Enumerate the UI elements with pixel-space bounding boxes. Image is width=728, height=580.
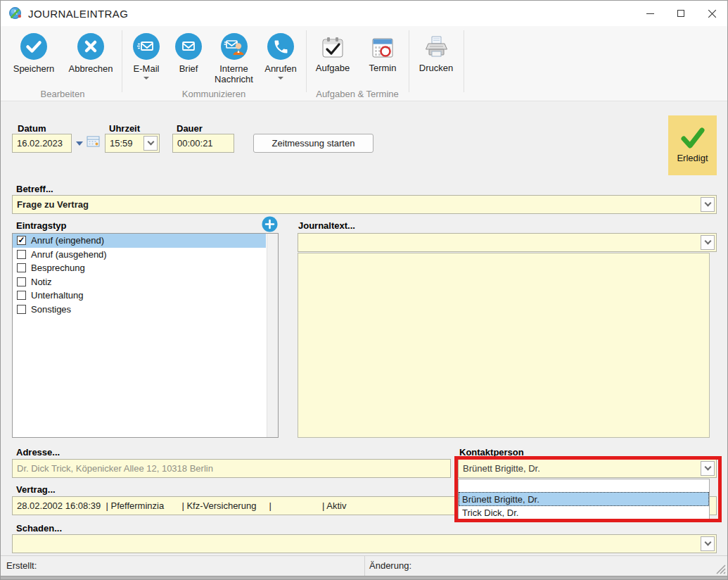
anrufen-button[interactable]: Anrufen: [260, 32, 302, 80]
kontaktperson-dropdown-button[interactable]: [701, 461, 715, 476]
eintragstyp-item[interactable]: Sonstiges: [13, 303, 266, 317]
eintragstyp-item-label: Sonstiges: [31, 304, 71, 315]
betreff-combobox[interactable]: Frage zu Vertrag: [12, 195, 717, 214]
uhrzeit-label: Uhrzeit: [109, 123, 140, 134]
dauer-field[interactable]: 00:00:21: [172, 134, 234, 153]
journaltext-dropdown-button[interactable]: [701, 235, 715, 250]
email-label: E-Mail: [125, 63, 167, 74]
minimize-icon: [646, 13, 654, 14]
status-bar: Erstellt: Änderung:: [1, 555, 727, 576]
letter-icon: [175, 33, 202, 60]
schaden-label: Schaden...: [16, 523, 62, 534]
checkbox-icon[interactable]: [17, 250, 26, 259]
schaden-dropdown-button[interactable]: [701, 536, 715, 551]
eintragstyp-item[interactable]: Notiz: [13, 275, 266, 289]
date-dropdown-arrow-icon[interactable]: [76, 141, 83, 146]
abbrechen-button[interactable]: Abbrechen: [61, 32, 120, 74]
drucken-button[interactable]: Drucken: [413, 32, 459, 73]
kontaktperson-option[interactable]: Trick Dick, Dr.: [459, 506, 709, 519]
erstellt-status: Erstellt:: [6, 560, 37, 571]
checkbox-icon[interactable]: [17, 305, 26, 314]
chevron-down-icon: [704, 238, 711, 245]
dropdown-arrow-icon: [278, 77, 283, 80]
kontaktperson-option-highlighted[interactable]: Brünett Brigitte, Dr.: [459, 492, 709, 506]
kontaktperson-option[interactable]: [459, 479, 709, 492]
group-label-kommunizieren: Kommunizieren: [129, 89, 298, 99]
drucken-label: Drucken: [413, 63, 459, 73]
toolbar: Speichern Abbrechen E-Mail: [1, 26, 727, 101]
dropdown-arrow-icon: [143, 77, 149, 80]
uhrzeit-combobox[interactable]: 15:59: [105, 134, 160, 153]
eintragstyp-item[interactable]: Unterhaltung: [13, 289, 266, 303]
eintragstyp-item[interactable]: Anruf (ausgehend): [13, 248, 266, 262]
title-bar: JOURNALEINTRAG: [1, 1, 727, 26]
checkbox-checked-icon[interactable]: [17, 236, 26, 245]
vertrag-value: 28.02.2002 16:08:39 | Pfefferminzia | Kf…: [17, 500, 347, 511]
printer-icon: [423, 34, 449, 60]
group-label-bearbeiten: Bearbeiten: [8, 89, 117, 99]
eintragstyp-label: Eintragstyp: [16, 220, 67, 231]
maximize-button[interactable]: [665, 1, 696, 26]
listbox-scrollbar[interactable]: [267, 234, 278, 437]
toolbar-separator: [122, 30, 122, 92]
brief-button[interactable]: Brief: [171, 32, 206, 74]
journaltext-label: Journaltext...: [298, 220, 355, 231]
cancel-x-icon: [77, 33, 104, 60]
datum-field[interactable]: 16.02.2023: [12, 134, 72, 153]
chevron-down-icon: [704, 464, 711, 471]
kontaktperson-option-label: Trick Dick, Dr.: [462, 508, 518, 518]
checkbox-icon[interactable]: [17, 291, 26, 300]
email-button[interactable]: E-Mail: [125, 32, 167, 80]
eintragstyp-item-label: Notiz: [31, 277, 52, 287]
journaleintrag-window: JOURNALEINTRAG Speichern Abbrechen: [0, 0, 728, 580]
kontaktperson-label: Kontaktperson: [459, 447, 524, 458]
chevron-down-icon: [147, 139, 154, 146]
minimize-button[interactable]: [634, 1, 665, 26]
adresse-label: Adresse...: [16, 447, 60, 458]
phone-icon: [267, 33, 294, 60]
datum-value: 16.02.2023: [17, 138, 63, 149]
aufgabe-button[interactable]: Aufgabe: [311, 32, 355, 73]
speichern-label: Speichern: [8, 63, 60, 74]
checkbox-icon[interactable]: [17, 263, 26, 272]
datum-label: Datum: [18, 123, 46, 134]
speichern-button[interactable]: Speichern: [8, 32, 60, 74]
erledigt-button[interactable]: Erledigt: [668, 115, 717, 175]
journaltext-textarea[interactable]: [298, 253, 710, 438]
uhrzeit-value: 15:59: [110, 138, 133, 149]
uhrzeit-dropdown-button[interactable]: [143, 136, 158, 151]
date-picker-calendar-icon[interactable]: [87, 135, 101, 148]
eintragstyp-list: Anruf (eingehend) Anruf (ausgehend) Besp…: [13, 234, 266, 437]
checkbox-icon[interactable]: [17, 277, 26, 286]
zeitmessung-starten-label: Zeitmessung starten: [272, 138, 355, 149]
add-eintragstyp-button[interactable]: [262, 216, 278, 232]
schaden-combobox[interactable]: [12, 534, 717, 553]
eintragstyp-item[interactable]: Besprechung: [13, 261, 266, 275]
task-calendar-icon: [320, 34, 345, 60]
group-label-aufgaben-termine: Aufgaben & Termine: [308, 89, 407, 99]
kontaktperson-combobox[interactable]: Brünett Brigitte, Dr.: [458, 459, 717, 478]
statusbar-divider: [364, 556, 365, 576]
close-button[interactable]: [696, 1, 727, 26]
dauer-label: Dauer: [177, 123, 203, 134]
erledigt-label: Erledigt: [677, 153, 708, 163]
anrufen-label: Anrufen: [260, 63, 302, 74]
betreff-value: Frage zu Vertrag: [17, 199, 89, 210]
interne-nachricht-button[interactable]: Interne Nachricht: [208, 32, 260, 84]
aenderung-status: Änderung:: [369, 560, 411, 571]
eintragstyp-item[interactable]: Anruf (eingehend): [13, 234, 266, 248]
betreff-dropdown-button[interactable]: [701, 197, 715, 212]
window-title: JOURNALEINTRAG: [28, 8, 128, 20]
termin-button[interactable]: Termin: [363, 32, 402, 73]
zeitmessung-starten-button[interactable]: Zeitmessung starten: [253, 134, 373, 153]
save-check-icon: [20, 33, 47, 60]
chevron-down-icon: [704, 539, 711, 546]
window-controls: [634, 1, 727, 26]
close-icon: [708, 9, 717, 18]
toolbar-separator: [409, 30, 409, 92]
adresse-field[interactable]: Dr. Dick Trick, Köpenicker Allee 12, 103…: [12, 459, 451, 478]
resize-grip-icon[interactable]: [715, 563, 727, 575]
kontaktperson-option-label: Brünett Brigitte, Dr.: [462, 494, 539, 505]
journaltext-combobox[interactable]: [298, 233, 717, 252]
toolbar-separator: [464, 30, 464, 92]
